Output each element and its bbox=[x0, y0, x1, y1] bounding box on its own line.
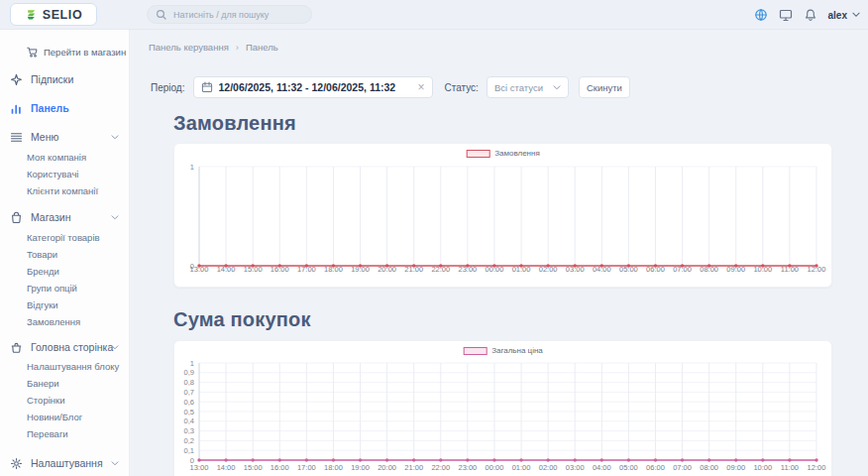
clear-icon[interactable]: × bbox=[417, 81, 424, 93]
user-menu[interactable]: alex bbox=[828, 10, 860, 21]
globe-icon[interactable] bbox=[754, 8, 768, 22]
sidebar-subitem[interactable]: Замовлення bbox=[0, 313, 129, 330]
sidebar-item-menu[interactable]: Меню bbox=[0, 129, 129, 145]
y-tick-label: 0,4 bbox=[184, 416, 194, 425]
y-tick-label: 0,3 bbox=[184, 426, 194, 435]
x-tick-label: 16:00 bbox=[271, 463, 289, 472]
data-point bbox=[654, 458, 657, 461]
data-point bbox=[359, 458, 362, 461]
global-search[interactable] bbox=[147, 5, 312, 24]
data-point bbox=[519, 458, 522, 461]
y-tick-label: 0,2 bbox=[184, 436, 194, 445]
data-point bbox=[734, 264, 737, 267]
purchases-chart-card: Загальна ціна 10,90,80,70,60,50,40,30,20… bbox=[173, 340, 832, 476]
sidebar-item-subscriptions[interactable]: Підписки bbox=[0, 71, 129, 87]
y-tick-label: 1 bbox=[190, 359, 194, 368]
header-actions: alex bbox=[754, 0, 860, 30]
sidebar-item-shop[interactable]: Магазин bbox=[0, 209, 129, 225]
period-input[interactable] bbox=[219, 81, 412, 93]
data-point bbox=[681, 264, 684, 267]
gear-icon bbox=[10, 457, 23, 470]
store-link-label: Перейти в магазин bbox=[44, 47, 126, 58]
sidebar-item-label: Меню bbox=[31, 131, 58, 143]
logo[interactable]: SELIO bbox=[10, 3, 97, 26]
legend-label: Замовлення bbox=[494, 149, 540, 158]
filter-row: Період: × Статус: Всі статуси Скинути bbox=[151, 76, 630, 98]
data-point bbox=[224, 264, 227, 267]
data-point bbox=[814, 458, 817, 461]
x-tick-label: 20:00 bbox=[378, 463, 396, 472]
data-point bbox=[385, 264, 388, 267]
x-tick-label: 22:00 bbox=[431, 463, 450, 472]
sidebar-group-homepage-children: Налаштування блокуБанериСторінкиНовини/Б… bbox=[0, 358, 129, 442]
x-tick-label: 04:00 bbox=[593, 463, 611, 472]
sidebar-subitem[interactable]: Моя компанія bbox=[0, 149, 129, 166]
chart-canvas: 10,90,80,70,60,50,40,30,20,1013:0014:001… bbox=[174, 341, 833, 476]
sidebar-item-label: Головна сторінка bbox=[31, 341, 113, 353]
top-header: SELIO bbox=[0, 0, 868, 30]
x-tick-label: 23:00 bbox=[458, 463, 477, 472]
sidebar-subitem[interactable]: Клієнти компанії bbox=[0, 182, 129, 199]
data-point bbox=[278, 458, 281, 461]
sidebar-item-dashboard[interactable]: Панель bbox=[0, 100, 129, 116]
sidebar-subitem[interactable]: Категорії товарів bbox=[0, 229, 129, 246]
subscriptions-icon bbox=[10, 73, 23, 86]
reset-button[interactable]: Скинути bbox=[579, 76, 630, 98]
sidebar-subitem[interactable]: Новини/Блог bbox=[0, 409, 129, 425]
x-tick-label: 03:00 bbox=[566, 463, 585, 472]
sidebar-item-label: Підписки bbox=[31, 73, 73, 85]
sidebar-item-settings[interactable]: Налаштування bbox=[0, 455, 129, 471]
x-tick-label: 14:00 bbox=[217, 463, 236, 472]
data-point bbox=[814, 264, 817, 267]
data-point bbox=[439, 264, 442, 267]
data-point bbox=[788, 458, 791, 461]
sidebar-subitem[interactable]: Відгуки bbox=[0, 297, 129, 313]
sidebar-subitem[interactable]: Товари bbox=[0, 246, 129, 263]
sidebar-item-label: Панель bbox=[31, 102, 69, 114]
data-point bbox=[492, 264, 495, 267]
data-point bbox=[385, 458, 388, 461]
x-tick-label: 05:00 bbox=[619, 463, 638, 472]
data-point bbox=[251, 458, 254, 461]
data-point bbox=[305, 458, 308, 461]
period-range-field[interactable]: × bbox=[193, 76, 433, 98]
status-select[interactable]: Всі статуси bbox=[487, 76, 569, 98]
data-point bbox=[546, 264, 549, 267]
x-tick-label: 19:00 bbox=[351, 463, 370, 472]
chevron-down-icon bbox=[852, 12, 860, 18]
search-input[interactable] bbox=[173, 10, 303, 20]
data-point bbox=[439, 458, 442, 461]
y-tick-label: 0,8 bbox=[184, 378, 194, 387]
sidebar-subitem[interactable]: Переваги bbox=[0, 425, 129, 442]
x-tick-label: 01:00 bbox=[512, 463, 531, 472]
sidebar-subitem[interactable]: Групи опцій bbox=[0, 280, 129, 297]
data-point bbox=[197, 264, 200, 267]
data-point bbox=[359, 264, 362, 267]
legend-label: Загальна ціна bbox=[491, 346, 543, 355]
breadcrumb-current: Панель bbox=[246, 42, 278, 53]
chart-legend[interactable]: Замовлення bbox=[466, 149, 540, 158]
breadcrumb-link-dashboard[interactable]: Панель керування bbox=[149, 42, 229, 53]
bell-icon[interactable] bbox=[804, 8, 817, 22]
sidebar-item-homepage[interactable]: Головна сторінка bbox=[0, 339, 129, 355]
chevron-down-icon bbox=[111, 135, 119, 140]
data-point bbox=[574, 264, 577, 267]
chart-legend[interactable]: Загальна ціна bbox=[463, 346, 543, 355]
sidebar-subitem[interactable]: Сторінки bbox=[0, 392, 129, 409]
x-tick-label: 00:00 bbox=[486, 463, 504, 472]
sidebar-subitem[interactable]: Налаштування блоку bbox=[0, 358, 129, 375]
monitor-icon[interactable] bbox=[779, 8, 793, 22]
sidebar-subitem[interactable]: Бренди bbox=[0, 263, 129, 280]
chevron-down-icon bbox=[553, 85, 561, 90]
x-tick-label: 17:00 bbox=[297, 463, 316, 472]
sidebar-store-link[interactable]: Перейти в магазин bbox=[27, 44, 129, 60]
dashboard-icon bbox=[10, 102, 23, 115]
sidebar-subitem[interactable]: Користувачі bbox=[0, 166, 129, 182]
data-point bbox=[600, 264, 603, 267]
app-frame: SELIO bbox=[0, 0, 868, 476]
y-tick-label: 0,1 bbox=[184, 446, 194, 455]
chevron-down-icon bbox=[111, 461, 119, 466]
data-point bbox=[734, 458, 737, 461]
sidebar-subitem[interactable]: Банери bbox=[0, 375, 129, 392]
y-tick-label: 0,6 bbox=[184, 398, 194, 407]
